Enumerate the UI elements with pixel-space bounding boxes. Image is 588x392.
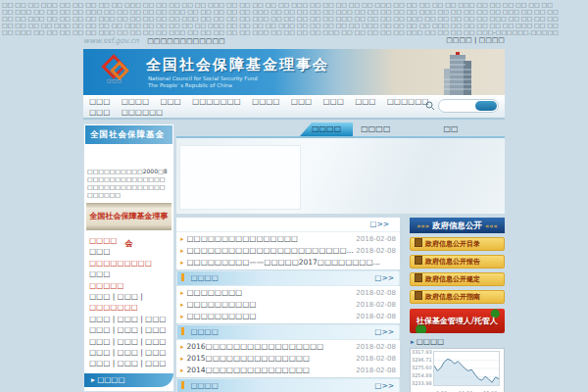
nav-item[interactable]: □□□□ xyxy=(252,97,279,106)
section-bullet-icon xyxy=(181,273,184,281)
document-icon xyxy=(415,273,422,282)
sidebar-menu-item[interactable]: □□□□□□□ xyxy=(89,302,169,313)
sidebar-menu-item[interactable]: □□□□□ xyxy=(89,280,169,291)
sidebar-sub-item[interactable]: □□□ xyxy=(84,387,173,392)
ssf-logo-icon: □□□ xyxy=(99,55,132,84)
more-link[interactable]: □>> xyxy=(374,379,394,392)
nav-item[interactable]: □□□ xyxy=(355,97,375,106)
ticker-line: □□ □□ □□ □□ □□□ □□ □□ □□ □□ □□□ □□ □□ □□… xyxy=(2,22,586,28)
chart-section-header: □□□□ xyxy=(410,333,505,348)
nav-item[interactable]: □□□□□□ xyxy=(122,108,164,117)
main-column: □>> □□□□□□□□□□□□□□□□2018-02-08 □□□□□□□□□… xyxy=(176,218,400,392)
nav-item[interactable]: □□□ xyxy=(89,97,110,106)
more-link[interactable]: □>> xyxy=(374,325,394,339)
news-item[interactable]: □□□□□□□□□——□□□□□2017□□□□□□□□...2018-02-0… xyxy=(180,257,396,269)
sidebar-menu-item[interactable]: □□□ | □□□ | □□□ xyxy=(89,314,169,324)
nav-item[interactable]: □□□ xyxy=(291,97,312,106)
search-button[interactable] xyxy=(475,101,497,111)
sidebar-banner-council[interactable]: 全国社会保障基金理事会 xyxy=(86,203,172,230)
topbar-strip: □□□□□□□□□□□□ xyxy=(147,37,224,45)
section-header: □□□□ □>> xyxy=(176,270,400,286)
news-date: 2018-02-08 xyxy=(356,311,396,322)
news-item[interactable]: □□□□□□□□□□□□□□□□□□□□□□□...2018-02-08 xyxy=(180,245,396,257)
arrows-left-icon: ««« xyxy=(485,222,498,230)
sidebar-menu-item[interactable]: □□□ | □□□ | xyxy=(89,291,169,302)
section-bullet-icon xyxy=(181,327,184,335)
ticker-line: □□ □□ □□□ □□ □□ □□ □□ □□□ □□ □□ □□ □□ □□… xyxy=(2,15,586,22)
hero-photo-placeholder[interactable] xyxy=(179,145,301,210)
section-title: □□□□ xyxy=(190,273,218,282)
document-icon xyxy=(415,291,422,300)
fund-managers-banner[interactable]: 社保基金管理人/托管人 xyxy=(410,309,505,333)
building-image xyxy=(434,51,479,95)
news-date: 2018-02-08 xyxy=(356,299,396,311)
ticker-line: □□ □□□ □□ □□ □□ □□ □□ □□□ □□ □□ □□ □□ □□… xyxy=(2,28,586,35)
page: □□ □□ □□ □□□ □□ □□ □□ □□ □□ □□□ □□ □□ □□… xyxy=(0,0,588,392)
news-date: 2018-02-08 xyxy=(356,365,396,376)
sidebar-menu-item[interactable]: □□□ xyxy=(89,269,169,279)
sidebar-menu-item[interactable]: □□□ | □□□ | □□□ xyxy=(89,324,169,335)
add-favorite-link[interactable]: □□□□ xyxy=(479,36,505,44)
tab-second[interactable]: □□□□ xyxy=(353,122,398,136)
section-header: □□□□ □>> xyxy=(176,378,400,392)
nav-item[interactable]: □□□□□□ xyxy=(387,97,429,106)
content-area: 全国社会保障基金 □□□□□□□□□□2000□8□□□□□□□□□□□□□□□… xyxy=(83,120,505,392)
topbar: www.ssf.gov.cn □□□□□□□□□□□□ □□□□ | □□□□ xyxy=(83,36,505,49)
document-icon xyxy=(415,238,422,247)
section-header: □□□□ □>> xyxy=(176,324,400,340)
arrows-right-icon: »»» xyxy=(416,222,429,230)
news-date: 2018-02-08 xyxy=(356,341,396,353)
set-home-link[interactable]: □□□□ xyxy=(446,36,471,44)
y-tick: 3317.93 xyxy=(412,350,432,355)
left-sidebar: 全国社会保障基金 □□□□□□□□□□2000□8□□□□□□□□□□□□□□□… xyxy=(83,123,174,392)
search-box xyxy=(425,99,499,113)
y-tick: 3275.60 xyxy=(412,366,432,370)
news-list: 2016□□□□□□□□□□□□□□□□□2018-02-08 2015□□□□… xyxy=(176,340,400,377)
news-item[interactable]: 2015□□□□□□□□□□□□□□□2018-02-08 xyxy=(180,353,396,365)
news-item[interactable]: □□□□□□□□2018-02-08 xyxy=(180,287,396,299)
y-tick: 3254.89 xyxy=(412,373,432,378)
gov-info-button[interactable]: 政府信息公开目录 xyxy=(410,237,505,251)
nav-item[interactable]: □□□□□□□ xyxy=(192,97,241,106)
tab-third[interactable]: □□ xyxy=(435,122,466,136)
top-links-ticker[interactable]: □□ □□ □□ □□□ □□ □□ □□ □□ □□ □□□ □□ □□ □□… xyxy=(0,0,588,37)
more-link[interactable]: □>> xyxy=(374,271,394,285)
y-tick: 3296.71 xyxy=(412,358,432,363)
nav-item[interactable]: □□□ xyxy=(322,97,343,106)
news-date: 2018-02-08 xyxy=(356,287,396,299)
section-title: □□□□ xyxy=(190,381,218,390)
news-date: 2018-02-08 xyxy=(356,245,396,257)
search-input[interactable] xyxy=(438,99,499,113)
right-sidebar: »»» 政府信息公开 ««« 政府信息公开目录 政府信息公开报告 政府信息公开规… xyxy=(410,218,505,392)
content-tabbar: □□□□ □□□□ □□ xyxy=(176,122,505,138)
nav-item[interactable]: □□□ xyxy=(160,97,180,106)
news-list: □□□□□□□□□□□□□□□□2018-02-08 □□□□□□□□□□□□□… xyxy=(176,232,400,270)
nav-item[interactable]: □□□□ xyxy=(122,97,149,106)
nav-item[interactable]: □□□ xyxy=(89,108,110,117)
gov-info-button[interactable]: 政府信息公开指南 xyxy=(410,290,505,304)
news-item[interactable]: 2016□□□□□□□□□□□□□□□□□2018-02-08 xyxy=(180,341,396,353)
sidebar-menu-item[interactable]: □□□ | □□□ | □□□ xyxy=(89,358,169,368)
news-list: □□□□□□□□2018-02-08 □□□□□□□□□□2018-02-08 … xyxy=(176,286,400,323)
more-link[interactable]: □>> xyxy=(369,218,389,231)
news-item[interactable]: □□□□□□□□□□2018-02-08 xyxy=(180,311,396,322)
site-title: 全国社会保障基金理事会 xyxy=(146,56,329,74)
news-item[interactable]: 2014□□□□□□□□□□□□□□□2018-02-08 xyxy=(180,365,396,376)
gov-info-button[interactable]: 政府信息公开报告 xyxy=(410,255,505,269)
separator: | xyxy=(474,36,476,44)
news-item[interactable]: □□□□□□□□□□2018-02-08 xyxy=(180,299,396,311)
section-title: □□□□ xyxy=(190,327,218,336)
sidebar-banner-fund[interactable]: 全国社会保障基金 xyxy=(85,125,172,144)
tab-active[interactable]: □□□□ xyxy=(300,122,353,136)
section-bullet-icon xyxy=(181,381,184,389)
sidebar-section-header[interactable]: ▸ □□□□ xyxy=(84,373,173,387)
sidebar-menu-item[interactable]: □□□□□□□□□ xyxy=(89,258,169,269)
sidebar-menu-item[interactable]: □□□ | □□□ | □□□ xyxy=(89,336,169,347)
topbar-links: □□□□ | □□□□ xyxy=(446,36,505,44)
header-banner: □□□ 全国社会保障基金理事会 National Council for Soc… xyxy=(83,49,505,95)
gov-info-button[interactable]: 政府信息公开规定 xyxy=(410,272,505,286)
news-item[interactable]: □□□□□□□□□□□□□□□□2018-02-08 xyxy=(180,233,396,245)
ticker-line: □□ □□□ □□ □□ □□ □□ □□□ □□ □□ □□ □□ □□ □□… xyxy=(2,8,586,15)
sidebar-menu-item[interactable]: □□□ | □□□ | □□□ xyxy=(89,347,169,358)
site-subtitle-en: National Council for Social Security Fun… xyxy=(148,75,258,88)
